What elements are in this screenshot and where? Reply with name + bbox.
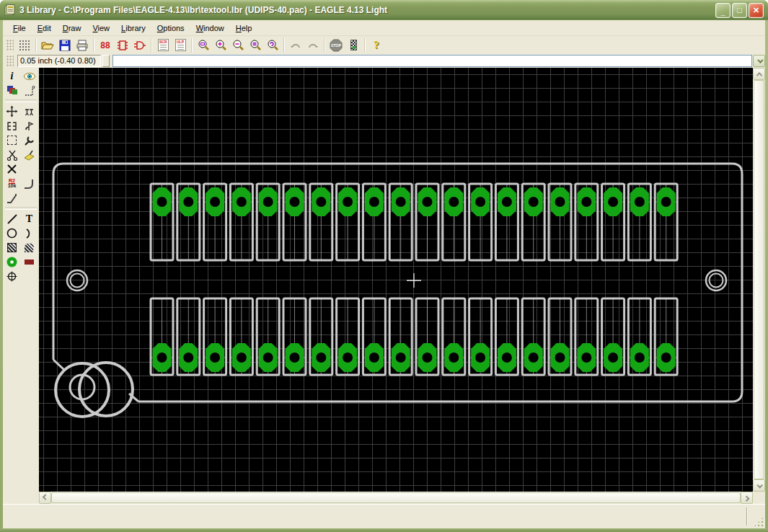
drill-hole: [369, 197, 379, 207]
edit-symbol-button[interactable]: [131, 37, 149, 53]
edit-device-button[interactable]: 88: [97, 37, 114, 53]
minimize-button[interactable]: _: [715, 3, 731, 18]
optimize-tool[interactable]: [4, 191, 19, 205]
menu-file[interactable]: File: [7, 22, 32, 35]
undo-button[interactable]: [287, 37, 304, 53]
rotate-icon: [23, 120, 35, 132]
delete-tool[interactable]: [4, 162, 19, 176]
package-drawing[interactable]: [39, 68, 753, 492]
open-button[interactable]: [39, 37, 56, 53]
scissors-icon: [6, 149, 18, 161]
split-tool[interactable]: [22, 177, 37, 190]
horizontal-scrollbar[interactable]: [39, 492, 753, 504]
grid-icon: [19, 40, 30, 51]
drill-hole: [210, 353, 220, 363]
command-input[interactable]: [112, 55, 752, 67]
zoom-redraw-button[interactable]: [264, 37, 281, 53]
toolbar-separator: [93, 38, 94, 53]
group-tool[interactable]: [4, 133, 19, 147]
zoom-fit-icon: [197, 39, 210, 52]
zoom-in-button[interactable]: [212, 37, 229, 53]
scroll-left-button[interactable]: [39, 492, 51, 504]
run-ulp-button[interactable]: ULP: [172, 37, 189, 53]
scroll-up-button[interactable]: [753, 68, 765, 80]
hole-tool[interactable]: [4, 270, 19, 283]
maximize-button[interactable]: □: [732, 3, 747, 18]
text-tool[interactable]: T: [22, 212, 37, 226]
drill-hole: [529, 197, 539, 207]
vertical-scroll-thumb[interactable]: [754, 80, 764, 479]
info-tool[interactable]: i: [4, 69, 19, 83]
save-button[interactable]: [56, 37, 74, 53]
title-bar[interactable]: 3 Library - C:\Program Files\EAGLE-4.13\…: [0, 0, 768, 20]
undo-icon: [289, 40, 302, 51]
cut-tool[interactable]: [4, 148, 19, 161]
grid-button[interactable]: [16, 37, 33, 53]
chevron-down-icon: [757, 57, 763, 63]
status-bar-divider: [746, 507, 748, 526]
split-wire-icon: [23, 178, 35, 190]
edit-package-button[interactable]: [114, 37, 131, 53]
close-button[interactable]: ✕: [749, 3, 764, 18]
zoom-out-button[interactable]: [229, 37, 247, 53]
svg-text:STOP: STOP: [331, 43, 342, 48]
run-script-button[interactable]: SCR: [154, 37, 172, 53]
zoom-fit-button[interactable]: [195, 37, 212, 53]
copy-tool[interactable]: [22, 105, 37, 118]
menu-window[interactable]: Window: [190, 22, 230, 35]
wire-tool[interactable]: [4, 212, 19, 226]
stop-button[interactable]: STOP: [327, 37, 345, 53]
menu-library[interactable]: Library: [115, 22, 151, 35]
horizontal-scroll-thumb[interactable]: [51, 492, 741, 503]
mirror-icon: [6, 120, 18, 132]
drill-hole: [581, 353, 591, 363]
palette-separator: [5, 99, 37, 102]
scrollbar-spacer: [3, 492, 39, 504]
menu-help[interactable]: Help: [230, 22, 258, 35]
vertical-scrollbar[interactable]: [753, 68, 765, 492]
scroll-right-button[interactable]: [741, 492, 753, 504]
help-button[interactable]: ?: [368, 37, 385, 53]
library-window-icon: [4, 4, 16, 16]
zoom-select-button[interactable]: [247, 37, 264, 53]
open-folder-icon: [41, 40, 54, 51]
pad-tool[interactable]: [4, 255, 19, 269]
drill-hole: [423, 353, 433, 363]
paste-tool[interactable]: [22, 148, 37, 161]
palette-empty-cell: [22, 162, 37, 176]
menu-draw[interactable]: Draw: [57, 22, 87, 35]
palette-separator: [5, 207, 37, 210]
redo-button[interactable]: [304, 37, 322, 53]
menu-options[interactable]: Options: [151, 22, 190, 35]
toolbar-grip[interactable]: [6, 40, 14, 51]
circle-tool[interactable]: [4, 226, 19, 240]
drill-hole: [290, 197, 300, 207]
rotate-tool[interactable]: [22, 119, 37, 133]
go-button[interactable]: [345, 37, 362, 53]
change-tool[interactable]: [22, 133, 37, 147]
resize-grip[interactable]: [754, 517, 764, 527]
chevron-up-icon: [756, 72, 762, 78]
menu-edit[interactable]: Edit: [32, 22, 57, 35]
move-icon: [6, 105, 18, 118]
wrench-icon: [23, 135, 35, 146]
move-tool[interactable]: [4, 105, 19, 118]
scroll-down-button[interactable]: [753, 479, 765, 492]
rect-tool[interactable]: [4, 241, 19, 254]
menu-view[interactable]: View: [87, 22, 115, 35]
smd-tool[interactable]: [22, 255, 37, 269]
help-icon: ?: [374, 39, 379, 51]
display-tool[interactable]: [4, 84, 19, 97]
arc-tool[interactable]: [22, 226, 37, 240]
name-tool[interactable]: R2 10k: [4, 177, 19, 190]
editor-canvas[interactable]: [39, 68, 753, 492]
print-button[interactable]: [74, 37, 91, 53]
polygon-tool[interactable]: [22, 241, 37, 254]
hole-icon: [6, 270, 18, 283]
show-tool[interactable]: [22, 69, 37, 83]
wire-icon: [6, 213, 18, 225]
mirror-tool[interactable]: [4, 119, 19, 133]
command-history-dropdown[interactable]: [753, 55, 765, 67]
command-bar-grip[interactable]: [6, 56, 14, 67]
mark-tool[interactable]: [22, 84, 37, 97]
